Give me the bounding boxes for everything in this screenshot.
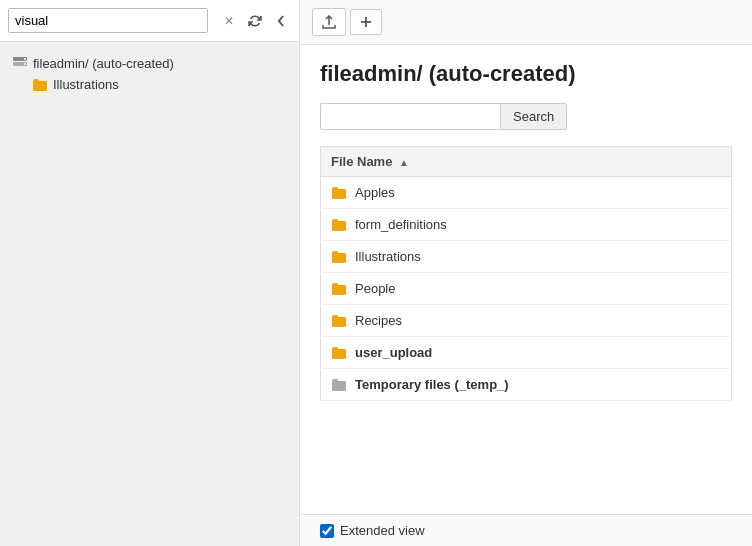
- file-table-body: Applesform_definitionsIllustrationsPeopl…: [321, 177, 732, 401]
- main-content: fileadmin/ (auto-created) Search File Na…: [300, 45, 752, 514]
- file-table: File Name ▲ Applesform_definitionsIllust…: [320, 146, 732, 401]
- file-name-label: Apples: [355, 185, 395, 200]
- file-row-cell: Illustrations: [331, 249, 721, 264]
- file-row-cell: People: [331, 281, 721, 296]
- sidebar-tree: fileadmin/ (auto-created) Illustrations: [0, 42, 299, 546]
- sidebar-search-wrapper: ✕: [8, 8, 239, 33]
- clear-icon[interactable]: ✕: [224, 15, 234, 27]
- sidebar-search-input[interactable]: [8, 8, 208, 33]
- sidebar-children: Illustrations: [8, 74, 291, 95]
- search-input[interactable]: [320, 103, 500, 130]
- svg-point-2: [24, 58, 26, 60]
- upload-button[interactable]: [312, 8, 346, 36]
- sidebar-item-fileadmin[interactable]: fileadmin/ (auto-created): [8, 52, 291, 74]
- table-row[interactable]: Temporary files (_temp_): [321, 369, 732, 401]
- file-name-label: Recipes: [355, 313, 402, 328]
- page-title: fileadmin/ (auto-created): [320, 61, 732, 87]
- folder-icon-yellow: [331, 346, 347, 360]
- extended-view-checkbox[interactable]: [320, 524, 334, 538]
- folder-icon-yellow: [32, 78, 48, 92]
- sidebar-item-fileadmin-label: fileadmin/ (auto-created): [33, 56, 174, 71]
- search-bar: Search: [320, 103, 732, 130]
- back-button[interactable]: [271, 11, 291, 31]
- table-row[interactable]: user_upload: [321, 337, 732, 369]
- file-name-label: Temporary files (_temp_): [355, 377, 509, 392]
- folder-icon-yellow: [331, 250, 347, 264]
- svg-point-3: [24, 63, 26, 65]
- file-row-cell: Temporary files (_temp_): [331, 377, 721, 392]
- folder-icon-yellow: [331, 282, 347, 296]
- extended-view-label: Extended view: [340, 523, 425, 538]
- file-name-label: Illustrations: [355, 249, 421, 264]
- sidebar-item-illustrations-label: Illustrations: [53, 77, 119, 92]
- search-button[interactable]: Search: [500, 103, 567, 130]
- add-button[interactable]: [350, 9, 382, 35]
- refresh-button[interactable]: [243, 11, 267, 31]
- folder-icon-gray: [331, 378, 347, 392]
- file-row-cell: user_upload: [331, 345, 721, 360]
- refresh-icon: [248, 14, 262, 28]
- column-header-filename[interactable]: File Name ▲: [321, 147, 732, 177]
- folder-icon-yellow: [331, 186, 347, 200]
- file-name-label: user_upload: [355, 345, 432, 360]
- file-row-cell: Apples: [331, 185, 721, 200]
- table-row[interactable]: Apples: [321, 177, 732, 209]
- file-row-cell: Recipes: [331, 313, 721, 328]
- sidebar-header: ✕: [0, 0, 299, 42]
- plus-icon: [359, 15, 373, 29]
- table-row[interactable]: Illustrations: [321, 241, 732, 273]
- file-name-label: form_definitions: [355, 217, 447, 232]
- sidebar: ✕ fileadmin/ (auto-cre: [0, 0, 300, 546]
- upload-icon: [321, 14, 337, 30]
- main-panel: fileadmin/ (auto-created) Search File Na…: [300, 0, 752, 546]
- footer-bar: Extended view: [300, 514, 752, 546]
- main-toolbar: [300, 0, 752, 45]
- folder-icon-yellow: [331, 218, 347, 232]
- table-row[interactable]: form_definitions: [321, 209, 732, 241]
- table-row[interactable]: People: [321, 273, 732, 305]
- folder-icon-yellow: [331, 314, 347, 328]
- file-row-cell: form_definitions: [331, 217, 721, 232]
- sidebar-item-illustrations[interactable]: Illustrations: [28, 74, 291, 95]
- sort-arrow-icon: ▲: [399, 157, 409, 168]
- server-icon: [12, 55, 28, 71]
- table-header-row: File Name ▲: [321, 147, 732, 177]
- table-row[interactable]: Recipes: [321, 305, 732, 337]
- chevron-left-icon: [276, 14, 286, 28]
- file-name-label: People: [355, 281, 395, 296]
